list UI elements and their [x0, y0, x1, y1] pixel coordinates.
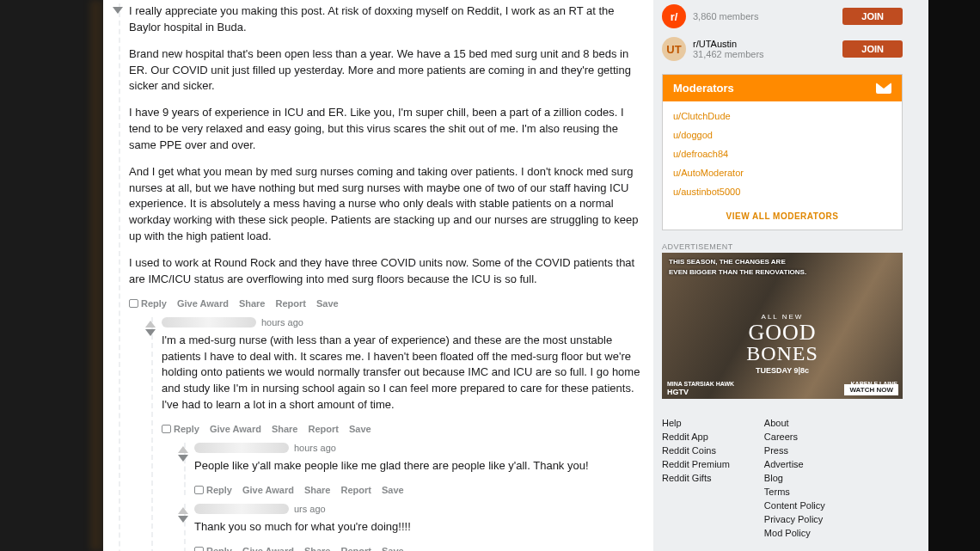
- footer-link[interactable]: Reddit Gifts: [662, 471, 730, 485]
- hgtv-logo: HGTV: [667, 388, 689, 396]
- award-button[interactable]: Give Award: [177, 298, 229, 309]
- advertisement[interactable]: THIS SEASON, THE CHANGES ARE EVEN BIGGER…: [662, 253, 903, 399]
- footer-link[interactable]: Reddit Premium: [662, 457, 730, 471]
- comment-body: I really appreciate you making this post…: [129, 3, 645, 288]
- save-button[interactable]: Save: [316, 298, 339, 309]
- comment-time: hours ago: [261, 317, 303, 328]
- share-button[interactable]: Share: [272, 424, 298, 434]
- comments-panel: I really appreciate you making this post…: [103, 0, 653, 551]
- reply-button[interactable]: Reply: [129, 298, 167, 309]
- footer-link[interactable]: Blog: [764, 471, 825, 485]
- comment: urs ago Thank you so much for what you'r…: [177, 504, 645, 551]
- downvote-icon[interactable]: [113, 7, 123, 14]
- share-button[interactable]: Share: [304, 485, 331, 495]
- comment: I really appreciate you making this post…: [112, 3, 645, 551]
- footer-link[interactable]: Reddit Coins: [662, 444, 730, 457]
- report-button[interactable]: Report: [275, 298, 305, 309]
- downvote-icon[interactable]: [178, 516, 188, 523]
- comment-time: hours ago: [294, 443, 336, 453]
- community-row: r/ 3,860 members JOIN: [662, 0, 903, 33]
- footer-link[interactable]: Careers: [764, 430, 825, 444]
- username-redacted: [194, 443, 289, 453]
- comment: hours ago I'm a med-surg nurse (with les…: [144, 317, 645, 551]
- footer-link[interactable]: About: [764, 416, 825, 430]
- downvote-icon[interactable]: [178, 455, 188, 462]
- downvote-icon[interactable]: [145, 329, 156, 336]
- award-button[interactable]: Give Award: [242, 485, 294, 495]
- upvote-icon[interactable]: [145, 321, 156, 328]
- comment-actions: Reply Give Award Share Report Save: [129, 298, 645, 309]
- moderators-card: Moderators u/ClutchDude u/doggod u/defro…: [662, 74, 903, 230]
- community-row: UT r/UTAustin 31,462 members JOIN: [662, 33, 903, 65]
- save-button[interactable]: Save: [382, 546, 404, 551]
- comment: hours ago People like y'all make people …: [177, 443, 645, 495]
- upvote-icon[interactable]: [178, 446, 188, 453]
- member-count: 31,462 members: [693, 49, 764, 59]
- moderator-link[interactable]: u/defroach84: [673, 144, 891, 163]
- moderator-link[interactable]: u/AutoModerator: [673, 163, 891, 182]
- app-frame: I really appreciate you making this post…: [103, 0, 928, 551]
- footer-link[interactable]: Help: [662, 416, 730, 430]
- comment-time: urs ago: [294, 504, 326, 514]
- save-button[interactable]: Save: [349, 424, 371, 434]
- footer-link[interactable]: Content Policy: [764, 499, 825, 512]
- sidebar: r/ 3,860 members JOIN UT r/UTAustin 31,4…: [653, 0, 911, 551]
- footer-link[interactable]: Terms: [764, 485, 825, 499]
- footer-link[interactable]: Privacy Policy: [764, 512, 825, 526]
- report-button[interactable]: Report: [340, 485, 371, 495]
- moderator-link[interactable]: u/austinbot5000: [673, 182, 891, 201]
- speech-icon: [129, 299, 138, 308]
- moderator-link[interactable]: u/ClutchDude: [673, 107, 891, 126]
- share-button[interactable]: Share: [304, 546, 331, 551]
- ad-label: ADVERTISEMENT: [662, 242, 903, 251]
- report-button[interactable]: Report: [308, 424, 338, 434]
- view-all-moderators[interactable]: VIEW ALL MODERATORS: [663, 203, 902, 230]
- join-button[interactable]: JOIN: [842, 40, 903, 58]
- join-button[interactable]: JOIN: [842, 8, 903, 25]
- reply-button[interactable]: Reply: [162, 424, 199, 434]
- username-redacted: [194, 504, 289, 514]
- upvote-icon[interactable]: [178, 507, 188, 514]
- subreddit-icon: r/: [662, 4, 686, 28]
- footer-links: Help Reddit App Reddit Coins Reddit Prem…: [662, 416, 903, 540]
- footer-link[interactable]: Press: [764, 444, 825, 457]
- subreddit-name[interactable]: r/UTAustin: [693, 39, 764, 49]
- footer-link[interactable]: Mod Policy: [764, 526, 825, 540]
- member-count: 3,860 members: [693, 11, 758, 21]
- card-title: Moderators: [673, 82, 734, 95]
- reply-button[interactable]: Reply: [194, 546, 232, 551]
- report-button[interactable]: Report: [340, 546, 371, 551]
- reply-button[interactable]: Reply: [194, 485, 232, 495]
- username-redacted: [162, 317, 256, 328]
- watch-now-button[interactable]: WATCH NOW: [844, 384, 898, 395]
- share-button[interactable]: Share: [239, 298, 266, 309]
- award-button[interactable]: Give Award: [242, 546, 294, 551]
- message-icon[interactable]: [876, 83, 891, 94]
- moderator-link[interactable]: u/doggod: [673, 126, 891, 144]
- save-button[interactable]: Save: [382, 485, 404, 495]
- award-button[interactable]: Give Award: [210, 424, 261, 434]
- footer-link[interactable]: Reddit App: [662, 430, 730, 444]
- footer-link[interactable]: Advertise: [764, 457, 825, 471]
- subreddit-icon: UT: [662, 37, 686, 61]
